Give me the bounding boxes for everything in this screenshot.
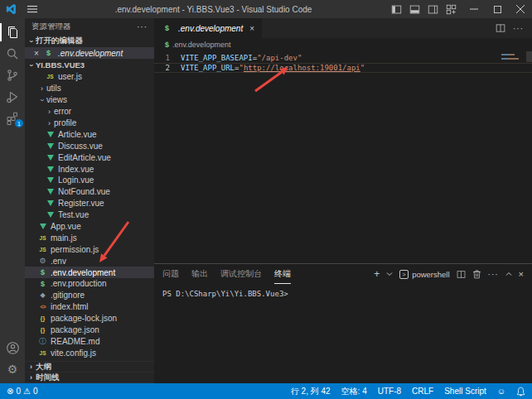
tab-label: .env.development	[178, 24, 243, 33]
tree-item-user.js[interactable]: JSuser.js	[25, 71, 154, 83]
settings-gear-icon[interactable]: ⚙	[0, 358, 25, 380]
tree-item-Discuss.vue[interactable]: Discuss.vue	[25, 140, 154, 151]
notifications-bell-icon[interactable]	[516, 387, 525, 397]
minimize-button[interactable]	[462, 0, 486, 18]
window-title: .env.development - Yi.BBS.Vue3 - Visual …	[37, 5, 389, 14]
tree-item-Index.vue[interactable]: Index.vue	[25, 163, 154, 175]
sidebar-header: 资源管理器 ···	[25, 18, 154, 35]
terminal-content[interactable]: PS D:\CSharp\Yi\Yi.BBS.Vue3>	[154, 284, 532, 383]
code-text: VITE_APP_BASEAPI="/api-dev"	[181, 54, 302, 63]
cursor-position[interactable]: 行 2, 列 42	[291, 386, 331, 397]
code-line-2[interactable]: 2VITE_APP_URL="http://localhost:19001/ap…	[154, 63, 532, 73]
tree-item-label: profile	[54, 118, 76, 127]
sidebar-title: 资源管理器	[31, 22, 71, 32]
source-control-icon[interactable]	[0, 65, 25, 86]
tree-item-vite.config.js[interactable]: JSvite.config.js	[25, 347, 154, 358]
workbench: 1 ⚙ 资源管理器 ··· › 打开的编辑器 × $	[0, 18, 532, 383]
problems-status[interactable]: ⊗ 0 ⚠ 0	[7, 387, 37, 396]
tree-item-main.js[interactable]: JSmain.js	[25, 232, 154, 243]
menu-icon[interactable]	[27, 5, 37, 13]
sidebar-more-actions-icon[interactable]: ···	[137, 22, 148, 31]
tab-env-development[interactable]: $ .env.development ×	[154, 18, 262, 38]
tree-item-label: Login.vue	[58, 175, 94, 185]
tree-item-.env.production[interactable]: $.env.production	[25, 278, 154, 290]
tree-item-.gitignore[interactable]: ◆.gitignore	[25, 290, 154, 301]
toggle-secondary-sidebar-icon[interactable]	[426, 0, 440, 18]
feedback-icon[interactable]: ☺	[497, 387, 505, 396]
scrollbar-slider[interactable]	[526, 51, 532, 62]
tree-item-Register.vue[interactable]: Register.vue	[25, 198, 154, 209]
close-tab-icon[interactable]: ×	[249, 24, 254, 33]
panel-more-actions-icon[interactable]: ···	[488, 270, 499, 279]
project-section-header[interactable]: › YI.BBS.VUE3	[25, 59, 154, 71]
tab-debug-console[interactable]: 调试控制台	[220, 264, 262, 284]
terminal-shell-selector[interactable]: > powershell	[399, 270, 449, 279]
new-terminal-icon[interactable]: +	[374, 268, 380, 280]
kill-terminal-trash-icon[interactable]	[472, 269, 481, 279]
vue-file-icon	[45, 132, 56, 137]
tree-item-NotFound.vue[interactable]: NotFound.vue	[25, 186, 154, 198]
tree-item-EditArticle.vue[interactable]: EditArticle.vue	[25, 151, 154, 163]
split-editor-icon[interactable]	[496, 23, 505, 33]
json-file-icon: {}	[37, 315, 48, 322]
account-icon[interactable]	[0, 337, 25, 358]
encoding[interactable]: UTF-8	[378, 387, 401, 396]
code-editor[interactable]: 1VITE_APP_BASEAPI="/api-dev"2VITE_APP_UR…	[154, 51, 532, 263]
chevron-right-icon: ›	[27, 363, 36, 371]
search-icon[interactable]	[0, 43, 25, 65]
tree-item-utils[interactable]: ›utils	[25, 83, 154, 94]
code-line-1[interactable]: 1VITE_APP_BASEAPI="/api-dev"	[154, 53, 532, 63]
tree-item-.env.development[interactable]: $.env.development	[25, 267, 154, 278]
vue-file-icon	[45, 212, 56, 218]
outline-section-header[interactable]: › 大纲	[25, 362, 154, 373]
tree-item-error[interactable]: ›error	[25, 106, 154, 118]
more-actions-icon[interactable]: ···	[513, 24, 524, 33]
split-terminal-icon[interactable]	[457, 270, 466, 279]
tree-item-Test.vue[interactable]: Test.vue	[25, 209, 154, 221]
open-editor-item-env-development[interactable]: × $ .env.development	[25, 47, 154, 59]
tree-item-.env[interactable]: ⚙.env	[25, 255, 154, 267]
tree-item-package.json[interactable]: {}package.json	[25, 324, 154, 336]
tree-item-profile[interactable]: ›profile	[25, 118, 154, 129]
tree-item-views[interactable]: ›views	[25, 94, 154, 106]
panel-header: 问题 输出 调试控制台 终端 + > powershell	[154, 264, 532, 284]
tree-item-permission.js[interactable]: JSpermission.js	[25, 243, 154, 255]
tree-item-package-lock.json[interactable]: {}package-lock.json	[25, 313, 154, 324]
maximize-button[interactable]	[486, 0, 509, 18]
eol-sequence[interactable]: CRLF	[412, 387, 433, 396]
tree-item-README.md[interactable]: ⓘREADME.md	[25, 335, 154, 347]
indentation-setting[interactable]: 空格: 4	[341, 386, 367, 397]
tab-problems[interactable]: 问题	[162, 264, 179, 284]
customize-layout-icon[interactable]	[444, 0, 458, 18]
close-panel-icon[interactable]: ×	[519, 269, 524, 279]
language-mode[interactable]: Shell Script	[444, 387, 486, 396]
terminal-dropdown-chevron-icon[interactable]	[386, 272, 393, 276]
run-and-debug-icon[interactable]	[0, 86, 25, 108]
vue-file-icon	[45, 143, 56, 149]
tab-output[interactable]: 输出	[191, 264, 208, 284]
close-icon[interactable]: ×	[31, 49, 41, 58]
tree-item-label: .env	[51, 257, 66, 266]
tree-item-index.html[interactable]: <>index.html	[25, 301, 154, 313]
breadcrumb[interactable]: $ .env.development	[154, 38, 532, 51]
tree-item-label: README.md	[51, 337, 99, 346]
tab-terminal[interactable]: 终端	[274, 264, 291, 284]
timeline-section-header[interactable]: › 时间线	[25, 373, 154, 383]
file-tree: JSuser.js›utils›views›error›profileArtic…	[25, 71, 154, 361]
tree-item-Login.vue[interactable]: Login.vue	[25, 175, 154, 186]
code-lines: 1VITE_APP_BASEAPI="/api-dev"2VITE_APP_UR…	[154, 51, 532, 73]
minimap-line	[501, 58, 519, 60]
js-file-icon: JS	[37, 247, 48, 252]
open-editors-header[interactable]: › 打开的编辑器	[25, 35, 154, 47]
chevron-right-icon: ›	[37, 84, 46, 93]
extensions-icon[interactable]: 1	[0, 108, 25, 129]
minimap[interactable]	[501, 52, 525, 62]
maximize-panel-chevron-icon[interactable]	[505, 272, 512, 276]
close-button[interactable]	[509, 0, 532, 18]
toggle-primary-sidebar-icon[interactable]	[389, 0, 404, 18]
json-file-icon: {}	[37, 326, 48, 334]
tree-item-App.vue[interactable]: App.vue	[25, 221, 154, 233]
toggle-panel-icon[interactable]	[408, 0, 422, 18]
explorer-icon[interactable]	[0, 22, 25, 43]
tree-item-Article.vue[interactable]: Article.vue	[25, 128, 154, 140]
